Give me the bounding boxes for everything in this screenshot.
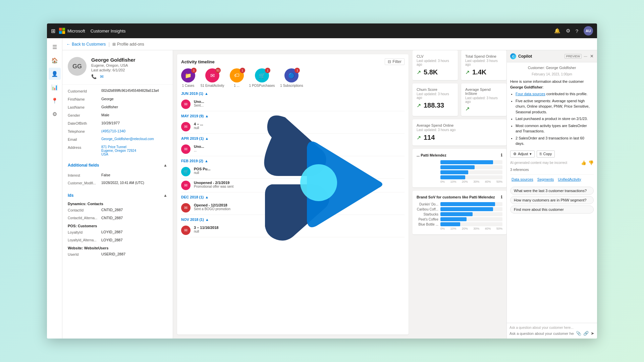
brand-chart-title: Brand SoV for customers like Patti Melen… [417,195,502,199]
addon-label: Profile add-ons [117,42,144,47]
activity-header: Activity timeline ⊟ Filter [181,58,405,65]
copilot-message: Here is some information about the custo… [510,79,594,148]
sidebar-icon-location[interactable]: 📍 [49,95,61,107]
copilot-more-icon[interactable]: ··· [584,54,587,59]
field-lastname: LastName Goldfisher [62,104,173,112]
timeline-item: ✉ Unopened - 2/1/2019 Promotional offer … [181,179,405,192]
tab-unified-activity[interactable]: UnifiedActivity [556,177,582,182]
copilot-bullet: 2 SalesOrder and 3 transactions in last … [516,135,594,146]
copilot-feedback: AI-generated content may be incorrect 👍 … [510,160,594,165]
microsoft-logo [59,27,65,34]
bubble-pos[interactable]: 🛒 1 1 POSPurchases [249,68,275,87]
additional-fields-section[interactable]: Additional fields ▲ [62,160,173,169]
bar-row: Dunkin' Do... [417,202,502,206]
filter-label: Filter [392,59,401,64]
thumbs-down-icon[interactable]: 👎 [588,160,594,165]
timeline-month-jun19[interactable]: JUN 2019 (1) ▲ [181,92,405,96]
chart-info-icon[interactable]: ℹ [501,153,502,158]
phone-icon[interactable]: 📞 [91,74,97,79]
copilot-close-icon[interactable]: ✕ [590,54,594,59]
back-label: Back to Customers [72,42,106,47]
data-sources-link[interactable]: Four data sources [516,92,545,96]
copilot-input-field[interactable] [509,331,574,336]
bubble-cases[interactable]: 📁 1 1 Cases [181,68,195,87]
field-contactid-alt: ContactId_Alterna... CNTID_2887 [62,215,173,223]
field-customerid: CustomerId 002d2b899ffc96145455484828a51… [62,87,173,96]
adjust-icon: ⚙ [513,152,517,156]
timeline-item: ✉ Uno... Sent... [181,98,405,111]
brand-bar-chart: Dunkin' Do... Caribou Coff... Starbucks [417,202,502,226]
timeline-month-apr19[interactable]: APR 2019 (1) ▲ [181,136,405,140]
sidebar-icon-analytics[interactable]: 📊 [49,81,61,93]
tab-segments[interactable]: Segments [536,177,555,182]
timeline-dot: ✉ [181,144,191,154]
sidebar-icon-menu[interactable]: ☰ [49,41,61,53]
timeline-may-2019: MAY 2019 (9) ▲ ✉ 4 – ... null [181,114,405,134]
bubble-other[interactable]: 🏷 1 1 ... [230,68,244,87]
timeline-month-may19[interactable]: MAY 2019 (9) ▲ [181,114,405,118]
attach-icon[interactable]: 📎 [576,331,581,336]
bubble-subscriptions[interactable]: 🔵 1 1 Subscriptions [280,68,303,87]
bar-row [417,175,502,179]
link-icon[interactable]: 🔗 [583,331,589,336]
profile-addons-link[interactable]: ⊞ Profile add-ons [112,42,144,47]
avatar-initials: GG [72,63,82,70]
send-icon[interactable]: ➤ [591,331,594,336]
email-icon[interactable]: ✉ [100,74,104,79]
sidebar-icon-home[interactable]: 🏠 [49,54,61,66]
website-users-title: Website: WebsiteUsers [62,245,173,251]
bubble-email[interactable]: ✉ 51 51 EmailActivity [201,68,224,87]
timeline-item: ✉ 4 – ... null [181,120,405,134]
copilot-bullet: Five active segments: Average spend high… [516,98,594,115]
app-body: ☰ 🏠 👤 📊 📍 ⚙ ← Back to Customers | ⊞ Prof… [47,38,597,339]
activity-title: Activity timeline [181,59,215,64]
top-chart-title: ... Patti Melendez ℹ [417,153,502,158]
bar-axis: 0%10%20%30%40%50% [417,180,502,183]
waffle-icon[interactable]: ⊞ [51,28,55,34]
copilot-date: February 14, 2023, 1:00pm [510,72,594,76]
tab-data-sources[interactable]: Data sources [510,177,535,182]
copilot-customer-tag: Customer: George Goldfisher [510,66,594,70]
thumbs-up-icon[interactable]: 👍 [581,160,586,165]
timeline-dec-2018: DEC 2018 (1) ▲ ✉ Opened - 12/1/2018 Sent… [181,195,405,215]
bar-row [417,165,502,169]
sidebar-icon-settings[interactable]: ⚙ [49,108,61,120]
additional-fields-content: Interest False Customer_Modifi... 10/28/… [62,169,173,190]
ids-section[interactable]: Ids ▲ [62,190,173,199]
timeline-month-nov18[interactable]: NOV 2018 (1) ▲ [181,218,405,222]
adjust-button[interactable]: ⚙ Adjust ▾ [510,150,535,158]
ids-content: Dynamics: Contacts ContactId CNTID_2887 … [62,199,173,260]
title-bar-actions: 🔔 ⚙ ? AU [554,26,593,36]
trend-up-icon: ↗ [465,69,470,75]
suggestion-pnw[interactable]: How many customers are in PNW segment? [510,196,594,204]
copilot-input-actions: 📎 🔗 ➤ [576,331,594,336]
other-activity-icon: 🏷 1 [230,68,244,82]
help-icon[interactable]: ? [576,28,578,34]
timeline-item: ✉ Uno... ... [181,142,405,156]
field-contactid: ContactId CNTID_2887 [62,206,173,215]
copilot-input-row: 📎 🔗 ➤ [509,331,594,336]
cases-icon: 📁 1 [181,68,195,82]
sidebar-icon-people[interactable]: 👤 [49,68,61,80]
copilot-input-label: Ask a question about your customer here.… [509,326,594,329]
brand-chart-info-icon[interactable]: ℹ [501,195,502,199]
notification-icon[interactable]: 🔔 [554,28,560,34]
user-avatar[interactable]: AU [584,26,593,36]
field-firstname: FirstName George [62,96,173,104]
timeline-month-dec18[interactable]: DEC 2018 (1) ▲ [181,195,405,199]
kpi-avg-instore: Average Spend InStore Last updated: 3 ho… [461,83,506,116]
addon-icon: ⊞ [112,42,116,47]
copy-button[interactable]: ⎘ Copy [537,150,555,158]
settings-icon[interactable]: ⚙ [566,28,570,34]
back-to-customers-link[interactable]: ← Back to Customers [66,42,106,47]
main-content: GG George Goldfisher Eugene, Oregon, USA… [62,50,597,339]
references-label: 3 references [510,168,594,172]
filter-button[interactable]: ⊟ Filter [385,58,405,65]
trend-up-icon: ↗ [417,134,421,141]
timeline-dot: 🛒 [181,167,191,176]
timeline-dot: ✉ [181,122,191,131]
timeline-dot: ✉ [181,203,191,213]
suggestion-more-info[interactable]: Find more about this customer [510,205,594,214]
suggestion-transactions[interactable]: What were the last 3 customer transactio… [510,187,594,195]
timeline-month-feb19[interactable]: FEB 2019 (2) ▲ [181,159,405,163]
